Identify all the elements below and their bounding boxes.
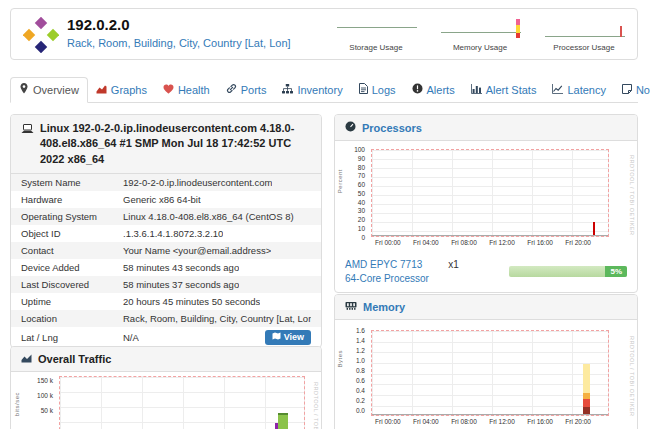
memory-usage-sparkline[interactable] [433,14,527,42]
overall-traffic-graph[interactable]: bits/sec 150 k100 k50 k RRDTOOL / TOBI O… [11,372,321,429]
tick-label: Fri 12:00 [489,240,515,247]
info-value: 58 minutes 37 seconds ago [123,279,239,290]
info-row-hardware: Hardware Generic x86 64-bit [11,191,321,208]
memory-header[interactable]: Memory [335,295,637,320]
info-label: Location [21,313,123,324]
memory-stick-icon [345,301,357,313]
tick-label: 40 [358,200,365,207]
storage-usage-label: Storage Usage [349,43,402,52]
info-label: Hardware [21,194,123,205]
tick-label: 150 k [37,378,53,385]
tick-label: 100 [354,147,365,154]
tab-graphs[interactable]: Graphs [88,79,155,102]
tick-label: 1.6 [356,328,365,335]
info-label: Uptime [21,296,123,307]
tick-label: 1.4 [356,338,365,345]
tick-label: Fri 00:00 [375,419,401,426]
info-row-device-added: Device Added 58 minutes 43 seconds ago [11,259,321,276]
tab-alert-stats[interactable]: Alert Stats [463,79,545,102]
processor-usage-label: Processor Usage [553,43,614,52]
info-value: Your Name <your@email.address> [123,245,271,256]
memory-x-axis: Fri 00:00Fri 04:00Fri 08:00Fri 12:00Fri … [375,419,591,426]
processor-gauge-icon [345,121,356,134]
rrdtool-watermark: RRDTOOL / TOBI OETIKER [629,155,635,235]
tick-label: 1.0 [356,358,365,365]
cpu-count: x1 [448,258,459,272]
processors-graph[interactable]: Percent 1009080706050403020100 Fri 00:00… [335,141,637,253]
tab-inventory[interactable]: Inventory [274,79,350,102]
tick-label: Fri 08:00 [451,240,477,247]
view-map-button[interactable]: View [265,330,311,345]
tab-logs[interactable]: Logs [351,78,404,102]
tick-label: Fri 00:00 [375,240,401,247]
device-tabs: Overview Graphs Health Ports Inventory L… [10,74,638,103]
tick-label: 100 k [37,393,53,400]
tab-health-label: Health [178,84,210,96]
mini-storage: Storage Usage [329,14,423,52]
memory-usage-label: Memory Usage [453,43,507,52]
info-value: 192-0-2-0.ip.linodeusercontent.com [123,177,272,188]
processor-spark-line [545,36,626,37]
processors-title: Processors [362,122,422,134]
info-value: Rack, Room, Building, City, Country [Lat… [123,313,311,324]
cpu-name-link[interactable]: AMD EPYC 7713 [345,258,422,272]
info-row-uptime: Uptime 20 hours 45 minutes 50 seconds [11,293,321,310]
tick-label: 10 [358,226,365,233]
bar-chart-icon [471,84,482,96]
device-overview-page: 192.0.2.0 Rack, Room, Building, City, Co… [0,0,650,429]
header-mini-graphs: Storage Usage Memory Usage Processor Usa… [329,14,631,52]
overall-traffic-header: Overall Traffic [11,347,321,372]
tick-label: 20 [358,217,365,224]
mini-processor: Processor Usage [537,14,631,52]
info-row-os: Operating System Linux 4.18.0-408.el8.x8… [11,208,321,225]
traffic-y-axis: 150 k100 k50 k [19,378,53,414]
rrdtool-watermark: RRDTOOL / TOBI OETIKER [313,382,319,429]
tick-label: Fri 08:00 [451,419,477,426]
info-row-latlng: Lat / Lng N/A View [11,327,321,347]
memory-graph[interactable]: Bytes 1.61.41.21.00.80.60.40.20.0 Fri 00… [335,320,637,429]
map-icon [272,332,281,342]
traffic-chart-icon [21,353,32,365]
processors-header[interactable]: Processors [335,115,637,141]
storage-usage-sparkline[interactable] [329,14,423,42]
tab-ports[interactable]: Ports [218,78,275,102]
exclamation-circle-icon [412,83,423,96]
tab-alerts[interactable]: Alerts [404,78,463,102]
device-location-link[interactable]: Rack, Room, Building, City, Country [Lat… [67,37,291,49]
memory-usage-stack [583,364,590,414]
device-info-header: Linux 192-0-2-0.ip.linodeusercontent.com… [11,115,321,174]
tab-alert-stats-label: Alert Stats [486,84,537,96]
info-label: System Name [21,177,123,188]
cpu-usage-spike [593,222,595,235]
tab-overview-label: Overview [33,84,79,96]
processor-spark-spike [620,26,622,37]
location-pin-icon [19,83,29,96]
device-info-card: Linux 192-0-2-0.ip.linodeusercontent.com… [10,114,322,348]
tab-latency[interactable]: Latency [544,79,614,102]
tab-health[interactable]: Health [155,79,218,102]
device-sysdescr: Linux 192-0-2-0.ip.linodeusercontent.com… [40,121,311,167]
tab-notes[interactable]: Notes [614,79,650,102]
tick-label: 80 [358,165,365,172]
device-title-block: 192.0.2.0 Rack, Room, Building, City, Co… [67,16,291,49]
cpu-info: AMD EPYC 7713 x1 64-Core Processor [345,258,459,285]
processor-usage-sparkline[interactable] [537,14,631,42]
cpu-usage-percent: 5% [605,266,627,277]
processors-plot [371,149,609,237]
info-label: Device Added [21,262,123,273]
tick-label: 50 [358,191,365,198]
tab-overview[interactable]: Overview [10,77,88,103]
device-header-panel: 192.0.2.0 Rack, Room, Building, City, Co… [10,8,638,60]
tick-label: Fri 20:00 [565,419,591,426]
info-value: 20 hours 45 minutes 50 seconds [123,296,260,307]
host-icon [21,123,34,138]
area-chart-icon [96,84,107,96]
processors-card: Processors Percent 100908070605040302010… [334,114,638,293]
storage-spark-line [337,27,418,28]
cpu-subtitle-link[interactable]: 64-Core Processor [345,272,459,286]
memory-y-axis: 1.61.41.21.00.80.60.40.20.0 [343,328,365,414]
tab-latency-label: Latency [567,84,606,96]
tick-label: 90 [358,156,365,163]
device-info-table: System Name 192-0-2-0.ip.linodeuserconte… [11,174,321,347]
info-label: Contact [21,245,123,256]
